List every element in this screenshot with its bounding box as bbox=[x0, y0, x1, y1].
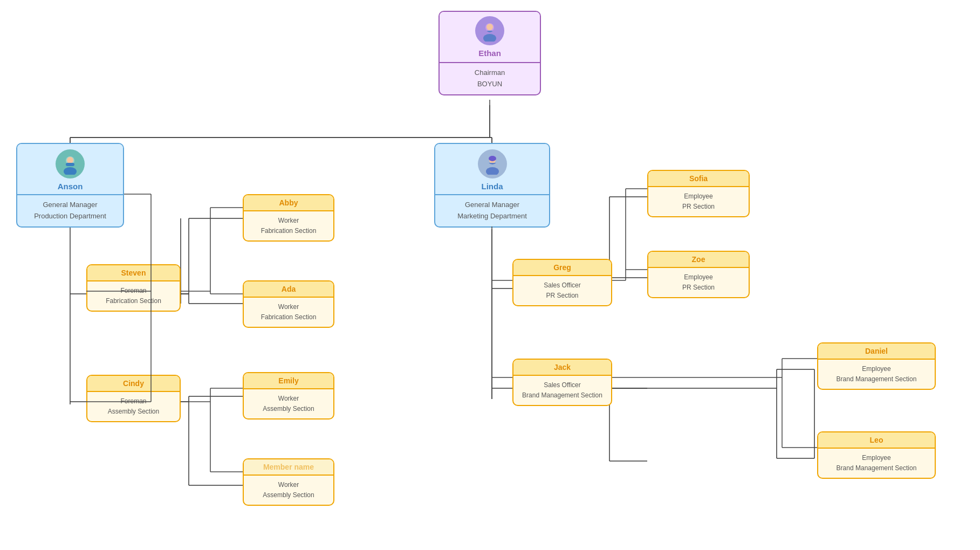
sofia-body: Employee PR Section bbox=[648, 187, 749, 216]
card-daniel: Daniel Employee Brand Management Section bbox=[817, 342, 936, 390]
card-sofia-header: Sofia bbox=[648, 171, 749, 187]
card-emily-header: Emily bbox=[244, 373, 333, 389]
card-steven-header: Steven bbox=[87, 265, 180, 281]
card-anson-header: Anson bbox=[17, 144, 123, 195]
sofia-title: Employee bbox=[651, 191, 746, 202]
leo-name: Leo bbox=[821, 436, 932, 444]
abby-section: Fabrication Section bbox=[246, 226, 331, 236]
member-body: Worker Assembly Section bbox=[244, 476, 333, 505]
card-leo-header: Leo bbox=[818, 432, 935, 449]
cindy-name: Cindy bbox=[90, 379, 177, 388]
cindy-body: Foreman Assembly Section bbox=[87, 392, 180, 421]
card-member: Member name Worker Assembly Section bbox=[243, 458, 334, 506]
anson-department: Production Department bbox=[20, 211, 120, 222]
card-daniel-header: Daniel bbox=[818, 343, 935, 360]
jack-body: Sales Officer Brand Management Section bbox=[513, 376, 611, 405]
ethan-department: BOYUN bbox=[442, 79, 537, 90]
leo-title: Employee bbox=[821, 453, 932, 463]
card-greg: Greg Sales Officer PR Section bbox=[512, 259, 612, 306]
ada-body: Worker Fabrication Section bbox=[244, 298, 333, 327]
zoe-section: PR Section bbox=[651, 283, 746, 293]
person-icon-linda bbox=[482, 153, 503, 175]
svg-point-39 bbox=[64, 167, 77, 175]
org-chart: Ethan Chairman BOYUN Anson General Manag… bbox=[0, 0, 980, 550]
jack-title: Sales Officer bbox=[516, 380, 608, 390]
svg-point-44 bbox=[486, 167, 499, 175]
card-zoe: Zoe Employee PR Section bbox=[647, 251, 750, 298]
daniel-title: Employee bbox=[821, 364, 932, 374]
svg-point-36 bbox=[483, 34, 496, 42]
zoe-body: Employee PR Section bbox=[648, 268, 749, 297]
member-name: Member name bbox=[246, 463, 331, 471]
greg-section: PR Section bbox=[516, 291, 608, 301]
avatar-ethan bbox=[475, 16, 504, 45]
svg-point-40 bbox=[67, 157, 73, 163]
linda-name: Linda bbox=[438, 182, 546, 191]
card-cindy-header: Cindy bbox=[87, 376, 180, 392]
steven-title: Foreman bbox=[90, 286, 177, 296]
abby-title: Worker bbox=[246, 216, 331, 226]
ethan-title: Chairman bbox=[442, 67, 537, 79]
cindy-section: Assembly Section bbox=[90, 407, 177, 417]
card-jack-header: Jack bbox=[513, 360, 611, 376]
card-jack: Jack Sales Officer Brand Management Sect… bbox=[512, 359, 612, 406]
daniel-section: Brand Management Section bbox=[821, 374, 932, 384]
card-leo: Leo Employee Brand Management Section bbox=[817, 431, 936, 479]
svg-point-43 bbox=[489, 156, 496, 161]
ethan-name: Ethan bbox=[442, 49, 537, 58]
card-ada-header: Ada bbox=[244, 281, 333, 298]
ethan-body: Chairman BOYUN bbox=[440, 63, 540, 94]
emily-section: Assembly Section bbox=[246, 404, 331, 414]
leo-section: Brand Management Section bbox=[821, 463, 932, 473]
daniel-name: Daniel bbox=[821, 347, 932, 355]
card-zoe-header: Zoe bbox=[648, 252, 749, 268]
emily-name: Emily bbox=[246, 376, 331, 385]
card-greg-header: Greg bbox=[513, 260, 611, 276]
ada-title: Worker bbox=[246, 302, 331, 312]
ada-name: Ada bbox=[246, 285, 331, 293]
jack-section: Brand Management Section bbox=[516, 390, 608, 401]
anson-title: General Manager bbox=[20, 200, 120, 211]
card-linda-header: Linda bbox=[435, 144, 549, 195]
avatar-linda bbox=[478, 149, 507, 178]
greg-title: Sales Officer bbox=[516, 280, 608, 291]
card-abby-header: Abby bbox=[244, 195, 333, 211]
member-title: Worker bbox=[246, 480, 331, 490]
emily-body: Worker Assembly Section bbox=[244, 389, 333, 418]
cindy-title: Foreman bbox=[90, 396, 177, 407]
card-member-header: Member name bbox=[244, 459, 333, 476]
svg-rect-41 bbox=[66, 163, 74, 166]
anson-body: General Manager Production Department bbox=[17, 195, 123, 226]
card-steven: Steven Foreman Fabrication Section bbox=[86, 264, 181, 312]
steven-section: Fabrication Section bbox=[90, 296, 177, 306]
member-section: Assembly Section bbox=[246, 490, 331, 500]
zoe-title: Employee bbox=[651, 272, 746, 283]
steven-body: Foreman Fabrication Section bbox=[87, 281, 180, 311]
card-emily: Emily Worker Assembly Section bbox=[243, 372, 334, 420]
card-ada: Ada Worker Fabrication Section bbox=[243, 280, 334, 328]
card-cindy: Cindy Foreman Assembly Section bbox=[86, 375, 181, 422]
sofia-name: Sofia bbox=[651, 174, 746, 183]
card-ethan: Ethan Chairman BOYUN bbox=[438, 11, 541, 95]
avatar-anson bbox=[56, 149, 85, 178]
jack-name: Jack bbox=[516, 363, 608, 372]
person-icon-anson bbox=[59, 153, 81, 175]
svg-point-37 bbox=[486, 24, 493, 30]
linda-department: Marketing Department bbox=[438, 211, 546, 222]
zoe-name: Zoe bbox=[651, 255, 746, 264]
steven-name: Steven bbox=[90, 269, 177, 277]
daniel-body: Employee Brand Management Section bbox=[818, 360, 935, 389]
greg-body: Sales Officer PR Section bbox=[513, 276, 611, 305]
ada-section: Fabrication Section bbox=[246, 312, 331, 322]
person-icon-ethan bbox=[479, 20, 501, 42]
card-ethan-header: Ethan bbox=[440, 12, 540, 63]
abby-body: Worker Fabrication Section bbox=[244, 211, 333, 240]
card-anson: Anson General Manager Production Departm… bbox=[16, 143, 124, 228]
leo-body: Employee Brand Management Section bbox=[818, 449, 935, 478]
abby-name: Abby bbox=[246, 198, 331, 207]
emily-title: Worker bbox=[246, 394, 331, 404]
anson-name: Anson bbox=[20, 182, 120, 191]
linda-body: General Manager Marketing Department bbox=[435, 195, 549, 226]
linda-title: General Manager bbox=[438, 200, 546, 211]
card-sofia: Sofia Employee PR Section bbox=[647, 170, 750, 217]
